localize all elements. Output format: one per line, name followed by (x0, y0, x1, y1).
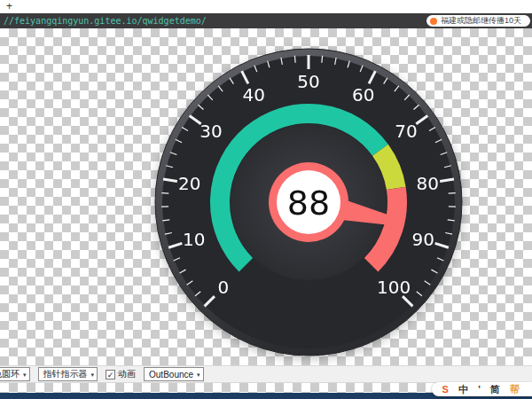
gauge-scale-label: 80 (417, 173, 439, 194)
ime-language-toggle[interactable]: 中 (458, 382, 468, 396)
gauge-style-combobox-value: 色圆环 (0, 368, 20, 380)
gauge-minor-tick (294, 56, 295, 63)
gauge-minor-tick (449, 193, 456, 194)
ime-simplified-toggle[interactable]: 简 (490, 382, 500, 396)
gauge-scale-label: 100 (377, 277, 411, 298)
chevron-down-icon: ▾ (91, 372, 95, 378)
gauge: 0102030405060708090100 88 (153, 47, 464, 357)
demo-toolbar: 色圆环 ▾ 指针指示器 ▾ ✓ 动画 OutBounce ▾ (0, 365, 532, 383)
gauge-minor-tick (161, 193, 168, 194)
gauge-scale-label: 90 (412, 229, 434, 250)
address-url[interactable]: //feiyangqingyun.gitee.io/qwidgetdemo/ (4, 15, 207, 27)
indicator-combobox-value: 指针指示器 (43, 368, 88, 380)
gauge-value: 88 (287, 184, 330, 223)
gauge-scale-label: 60 (352, 84, 374, 106)
browser-address-bar: //feiyangqingyun.gitee.io/qwidgetdemo/ 福… (0, 13, 532, 28)
page-content: 0102030405060708090100 88 色圆环 ▾ 指针指示器 ▾ … (0, 28, 532, 393)
gauge-minor-tick (322, 56, 323, 63)
chevron-down-icon: ▾ (197, 372, 200, 378)
notice-text: 福建或隐邮继传播10天 (441, 15, 521, 27)
gauge-style-combobox[interactable]: 色圆环 ▾ (0, 367, 30, 381)
gauge-scale-label: 40 (243, 84, 265, 106)
browser-tab-strip: + (0, 0, 532, 13)
checkmark-icon: ✓ (107, 371, 114, 379)
notification-pill[interactable]: 福建或隐邮继传播10天 (426, 15, 530, 27)
ime-logo[interactable]: S (442, 382, 449, 396)
easing-combobox-value: OutBounce (149, 370, 193, 379)
new-tab-button[interactable]: + (6, 0, 12, 13)
ime-punctuation-toggle[interactable]: ’ (478, 382, 481, 396)
gauge-scale-label: 50 (297, 71, 319, 92)
easing-combobox[interactable]: OutBounce ▾ (144, 367, 204, 381)
gauge-scale-label: 10 (183, 229, 205, 250)
animation-checkbox-label: 动画 (118, 368, 136, 380)
animation-checkbox-group: ✓ 动画 (106, 368, 136, 380)
gauge-scale-label: 0 (217, 277, 229, 298)
gauge-scale-label: 20 (178, 173, 200, 194)
ime-tools-icon[interactable]: 帮 (510, 382, 520, 396)
gauge-widget: 0102030405060708090100 88 (153, 47, 464, 357)
animation-checkbox[interactable]: ✓ (106, 370, 115, 379)
chevron-down-icon: ▾ (23, 372, 27, 378)
notice-dot-icon (430, 18, 437, 25)
gauge-scale-label: 30 (200, 121, 222, 142)
ime-toolbar[interactable]: S 中 ’ 简 帮 (432, 382, 532, 396)
indicator-combobox[interactable]: 指针指示器 ▾ (38, 367, 98, 381)
gauge-scale-label: 70 (395, 121, 417, 142)
